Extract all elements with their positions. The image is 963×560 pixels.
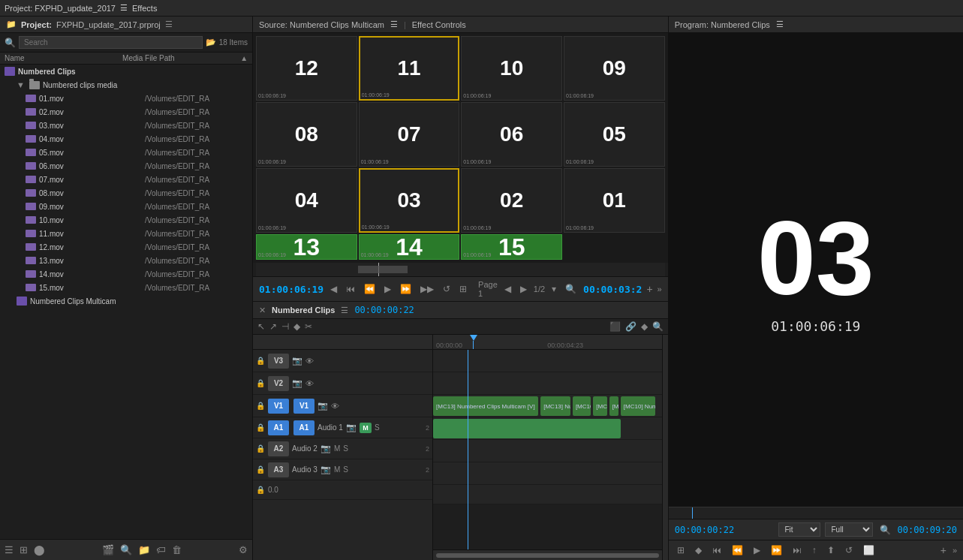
prog-left-timecode[interactable]: 00:00:00:22 <box>675 525 734 535</box>
clip-cell-07[interactable]: 07 01:00:06:19 <box>359 102 460 167</box>
track-select-icon[interactable]: ↗ <box>269 321 277 332</box>
page-nav-right[interactable]: ▶ <box>518 282 529 296</box>
a1-clip-1[interactable] <box>433 419 621 438</box>
rewind-btn[interactable]: ⏪ <box>362 282 378 296</box>
clip-cell-02[interactable]: 02 01:00:06:19 <box>461 168 562 233</box>
list-item[interactable]: 09.mov /Volumes/EDIT_RA <box>21 200 252 213</box>
clip-cell-14[interactable]: 14 01:00:06:19 <box>359 234 460 260</box>
clip-cell-11[interactable]: 11 01:00:06:19 <box>359 36 460 101</box>
settings-bottom-icon[interactable]: ⚙ <box>239 544 248 555</box>
list-item[interactable]: 12.mov /Volumes/EDIT_RA <box>21 240 252 254</box>
clip-cell-12[interactable]: 12 01:00:06:19 <box>256 36 357 101</box>
folder-expand-icon[interactable]: ▼ <box>17 80 25 89</box>
list-item[interactable]: 11.mov /Volumes/EDIT_RA <box>21 227 252 240</box>
search-bottom-icon[interactable]: 🔍 <box>120 544 132 555</box>
prog-step-fwd[interactable]: ⏭ <box>790 543 804 557</box>
clip-cell-08[interactable]: 08 01:00:06:19 <box>256 102 357 167</box>
add-btn[interactable]: + <box>646 283 652 295</box>
prog-rewind[interactable]: ⏪ <box>730 543 745 557</box>
a1-lock-icon[interactable]: 🔒 <box>256 423 265 432</box>
list-item[interactable]: 13.mov /Volumes/EDIT_RA <box>21 254 252 267</box>
a1-m-badge[interactable]: M <box>360 423 372 433</box>
list-item[interactable]: 10.mov /Volumes/EDIT_RA <box>21 213 252 227</box>
slip-icon[interactable]: ◆ <box>293 321 300 332</box>
select-tool-icon[interactable]: ↖ <box>257 321 265 332</box>
a3-m-label[interactable]: M <box>334 465 340 474</box>
timeline-resize-handle[interactable] <box>662 335 668 560</box>
freeform-icon[interactable]: ⬤ <box>34 544 45 555</box>
v3-lock-icon[interactable]: 🔒 <box>256 357 265 365</box>
timeline-timecode[interactable]: 00:00:00:22 <box>354 305 414 315</box>
timeline-ruler[interactable]: 00:00:00 00:00:04:23 <box>433 335 662 350</box>
step-back-btn[interactable]: ⏮ <box>344 282 357 296</box>
v1-eye-icon[interactable]: 👁 <box>331 402 339 411</box>
v1-clip-3[interactable]: [MC10] <box>573 396 591 416</box>
timeline-menu-icon[interactable]: ☰ <box>341 306 348 315</box>
list-item[interactable]: 08.mov /Volumes/EDIT_RA <box>21 186 252 200</box>
folder-item[interactable]: ▼ Numbered clips media <box>12 78 252 92</box>
page-nav-left[interactable]: ◀ <box>502 282 513 296</box>
project-menu-icon[interactable]: ☰ <box>120 3 128 13</box>
label-icon[interactable]: 🏷 <box>156 544 166 555</box>
clip-cell-04[interactable]: 04 01:00:06:19 <box>256 168 357 233</box>
clip-cell-03[interactable]: 03 01:00:06:19 <box>359 168 460 233</box>
sort-arrow-icon[interactable]: ▲ <box>240 54 248 62</box>
clip-cell-09[interactable]: 09 01:00:06:19 <box>564 36 665 101</box>
add-marker-icon[interactable]: ◆ <box>641 321 648 332</box>
a1-target-label[interactable]: A1 <box>293 420 314 435</box>
a2-cam-icon[interactable]: 📷 <box>320 444 331 453</box>
v1-lock-icon[interactable]: 🔒 <box>256 402 265 410</box>
list-item[interactable]: 03.mov /Volumes/EDIT_RA <box>21 119 252 132</box>
v1-clip-2[interactable]: [MC13] Numb <box>540 396 570 416</box>
list-item[interactable]: 06.mov /Volumes/EDIT_RA <box>21 159 252 173</box>
clip-cell-15[interactable]: 15 01:00:06:19 <box>461 234 562 260</box>
clip-cell-05[interactable]: 05 01:00:06:19 <box>564 102 665 167</box>
clip-cell-13[interactable]: 13 01:00:06:19 <box>256 234 357 260</box>
v2-camera-icon[interactable]: 📷 <box>292 378 302 388</box>
effect-controls-label[interactable]: Effect Controls <box>412 20 466 29</box>
v1-clip-6[interactable]: [MC10] Numbe <box>621 396 655 416</box>
list-item[interactable]: 02.mov /Volumes/EDIT_RA <box>21 105 252 119</box>
prog-more-btn[interactable]: » <box>952 546 957 555</box>
v1-clip-5[interactable]: [MC <box>609 396 618 416</box>
v2-lock-icon[interactable]: 🔒 <box>256 379 265 387</box>
v1-camera-icon[interactable]: 📷 <box>317 401 328 411</box>
prev-frame-btn[interactable]: ◀ <box>328 282 339 296</box>
folder-new-icon[interactable]: 📁 <box>138 544 150 555</box>
list-item[interactable]: 07.mov /Volumes/EDIT_RA <box>21 173 252 186</box>
fit-dropdown[interactable]: Fit 25% 50% 100% <box>778 522 820 537</box>
link-icon[interactable]: 🔗 <box>625 321 636 332</box>
next-frame-btn[interactable]: ▶▶ <box>418 282 436 296</box>
v1-target-label[interactable]: V1 <box>293 399 314 414</box>
v1-label[interactable]: V1 <box>268 399 289 414</box>
v1-clip-4[interactable]: [MC7] <box>593 396 606 416</box>
a2-s-label[interactable]: S <box>343 444 348 453</box>
list-item[interactable]: 04.mov /Volumes/EDIT_RA <box>21 132 252 146</box>
a3-s-label[interactable]: S <box>343 465 348 474</box>
timeline-close-icon[interactable]: ✕ <box>259 306 266 315</box>
program-scrubber[interactable] <box>669 507 963 519</box>
clapper-icon[interactable]: 🎬 <box>102 544 114 555</box>
v1-clip-1[interactable]: [MC13] Numbered Clips Multicam [V] <box>433 396 538 416</box>
a1-s-label[interactable]: S <box>375 423 380 432</box>
prog-ff[interactable]: ⏩ <box>769 543 784 557</box>
delete-icon[interactable]: 🗑 <box>172 544 182 555</box>
source-menu-icon[interactable]: ☰ <box>390 20 398 29</box>
prog-add-btn[interactable]: + <box>940 544 946 556</box>
program-menu-icon[interactable]: ☰ <box>776 20 784 29</box>
more-btn[interactable]: » <box>658 285 662 294</box>
prog-extract-icon[interactable]: ⬆ <box>825 543 837 557</box>
mix-lock-icon[interactable]: 🔒 <box>256 486 265 494</box>
list-item[interactable]: 14.mov /Volumes/EDIT_RA <box>21 267 252 281</box>
prog-safe-icon[interactable]: ⬜ <box>861 543 877 557</box>
list-view-icon[interactable]: ☰ <box>5 544 14 555</box>
a2-lock-icon[interactable]: 🔒 <box>256 444 265 453</box>
project-menu-btn[interactable]: ☰ <box>165 20 173 29</box>
grid-view-icon[interactable]: ⊞ <box>20 544 28 555</box>
clip-cell-06[interactable]: 06 01:00:06:19 <box>461 102 562 167</box>
razor-icon[interactable]: ✂ <box>305 321 312 332</box>
ripple-edit-icon[interactable]: ⊣ <box>281 321 289 332</box>
multicam-btn[interactable]: ⊞ <box>457 282 469 296</box>
snap-icon[interactable]: ⬛ <box>609 321 621 332</box>
list-item[interactable]: 01.mov /Volumes/EDIT_RA <box>21 92 252 105</box>
